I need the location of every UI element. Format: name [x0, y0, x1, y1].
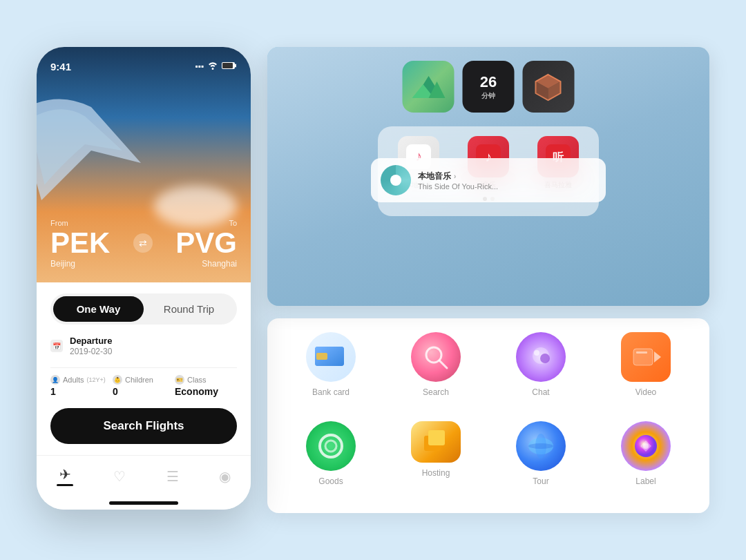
from-label: From: [50, 219, 68, 227]
departure-info: Departure 2019-02-30: [70, 336, 112, 356]
svg-point-23: [540, 354, 550, 363]
bank-card-icon: [306, 332, 356, 382]
nav-active-indicator: [57, 484, 73, 486]
flight-nav-icon: ✈: [59, 466, 71, 483]
departure-date: 2019-02-30: [70, 347, 112, 356]
tour-app-icon: [516, 421, 566, 471]
now-playing-info: 本地音乐 › This Side Of You-Rick...: [418, 171, 596, 191]
bottom-nav: ✈ ♡ ☰ ◉: [37, 455, 251, 496]
flight-route: From To PEK ⇄ PVG Beijing Shanghai: [50, 219, 237, 269]
app-item-video[interactable]: Video: [599, 332, 693, 410]
trip-toggle[interactable]: One Way Round Trip: [50, 293, 237, 325]
top-apps-row: 26 分钟: [403, 61, 575, 113]
svg-marker-25: [654, 351, 661, 363]
chat-app-icon: [516, 332, 566, 382]
app-item-tour[interactable]: Tour: [494, 421, 588, 499]
home-indicator: [37, 496, 251, 510]
apps-grid: Bank card Search: [284, 332, 693, 499]
home-bar: [109, 501, 178, 505]
timer-app-icon[interactable]: 26 分钟: [463, 61, 515, 113]
nav-favorites[interactable]: ♡: [113, 468, 126, 485]
svg-point-28: [325, 441, 336, 452]
box-app-icon[interactable]: [523, 61, 575, 113]
departure-label: Departure: [70, 336, 112, 346]
to-city: Shanghai: [202, 259, 237, 269]
goods-label: Goods: [318, 476, 343, 486]
bank-card-label: Bank card: [312, 387, 350, 397]
video-app-icon: [621, 332, 671, 382]
phone-hero: 9:41 ▪▪▪ From To PEK: [37, 47, 251, 282]
search-app-icon: [411, 332, 461, 382]
disc-center: [390, 175, 401, 186]
chat-label: Chat: [532, 387, 549, 397]
svg-line-20: [439, 360, 447, 368]
hosting-app-icon: [411, 421, 461, 463]
list-nav-icon: ☰: [166, 468, 179, 485]
app-item-chat[interactable]: Chat: [494, 332, 588, 410]
app-item-bank-card[interactable]: Bank card: [284, 332, 378, 410]
departure-section[interactable]: 📅 Departure 2019-02-30: [50, 333, 237, 359]
main-container: 9:41 ▪▪▪ From To PEK: [37, 47, 709, 513]
video-label: Video: [635, 387, 656, 397]
to-label: To: [229, 219, 237, 227]
label-app-label: Label: [635, 476, 656, 486]
battery-icon: [222, 61, 237, 72]
app-item-goods[interactable]: Goods: [284, 421, 378, 499]
label-app-icon: [621, 421, 671, 471]
class-item[interactable]: 🎫 Class Economy: [175, 375, 237, 397]
wifi-icon: [207, 61, 218, 72]
from-code: PEK: [50, 229, 110, 258]
heart-nav-icon: ♡: [113, 468, 126, 485]
class-label: 🎫 Class: [175, 375, 237, 385]
route-cities: Beijing Shanghai: [50, 259, 237, 269]
children-value: 0: [113, 386, 175, 397]
mountains-app-icon[interactable]: [403, 61, 455, 113]
search-label: Search: [423, 387, 449, 397]
signal-icon: ▪▪▪: [195, 61, 204, 71]
passengers-row: 👤 Adults (12Y+) 1 👶 Children 0 🎫: [50, 367, 237, 397]
adults-icon: 👤: [50, 375, 60, 385]
from-city: Beijing: [50, 259, 75, 269]
svg-point-35: [643, 443, 649, 449]
music-disc: [381, 165, 411, 195]
user-nav-icon: ◉: [219, 468, 231, 485]
ios-screenshot-panel: 26 分钟: [267, 47, 709, 306]
adults-value: 1: [50, 386, 113, 397]
now-playing-app-name: 本地音乐 ›: [418, 171, 596, 182]
svg-rect-30: [428, 430, 445, 445]
folder-widget: ♪ 本地音乐 ♪ i音乐: [378, 126, 599, 216]
now-playing-track: This Side Of You-Rick...: [418, 182, 596, 191]
to-code: PVG: [175, 229, 237, 258]
class-icon: 🎫: [175, 375, 184, 385]
status-bar: 9:41 ▪▪▪: [37, 47, 251, 77]
children-item[interactable]: 👶 Children 0: [113, 375, 175, 397]
app-item-label[interactable]: Label: [599, 421, 693, 499]
svg-point-22: [534, 350, 539, 356]
app-item-search[interactable]: Search: [389, 332, 483, 410]
nav-flights[interactable]: ✈: [57, 466, 73, 486]
round-trip-button[interactable]: Round Trip: [144, 296, 234, 322]
nav-profile[interactable]: ◉: [219, 468, 231, 485]
status-time: 9:41: [50, 61, 71, 73]
right-panels: 26 分钟: [267, 47, 709, 513]
svg-rect-26: [636, 351, 647, 354]
children-label: 👶 Children: [113, 375, 175, 385]
nav-bookings[interactable]: ☰: [166, 468, 179, 485]
svg-rect-18: [316, 353, 327, 360]
svg-rect-24: [633, 349, 653, 365]
search-flights-button[interactable]: Search Flights: [50, 408, 237, 444]
route-labels: From To: [50, 219, 237, 227]
svg-point-33: [528, 443, 553, 449]
route-codes: PEK ⇄ PVG: [50, 229, 237, 258]
app-item-hosting[interactable]: Hosting: [389, 421, 483, 499]
class-value: Economy: [175, 386, 237, 397]
adults-item[interactable]: 👤 Adults (12Y+) 1: [50, 375, 113, 397]
apps-grid-panel: Bank card Search: [267, 318, 709, 513]
svg-point-27: [320, 435, 342, 457]
phone-mockup: 9:41 ▪▪▪ From To PEK: [37, 47, 251, 510]
adults-label: 👤 Adults (12Y+): [50, 375, 113, 385]
now-playing-widget[interactable]: 本地音乐 › This Side Of You-Rick...: [371, 158, 606, 202]
plane-wing-illustration: [37, 88, 154, 213]
swap-button[interactable]: ⇄: [133, 233, 153, 253]
one-way-button[interactable]: One Way: [53, 296, 144, 322]
